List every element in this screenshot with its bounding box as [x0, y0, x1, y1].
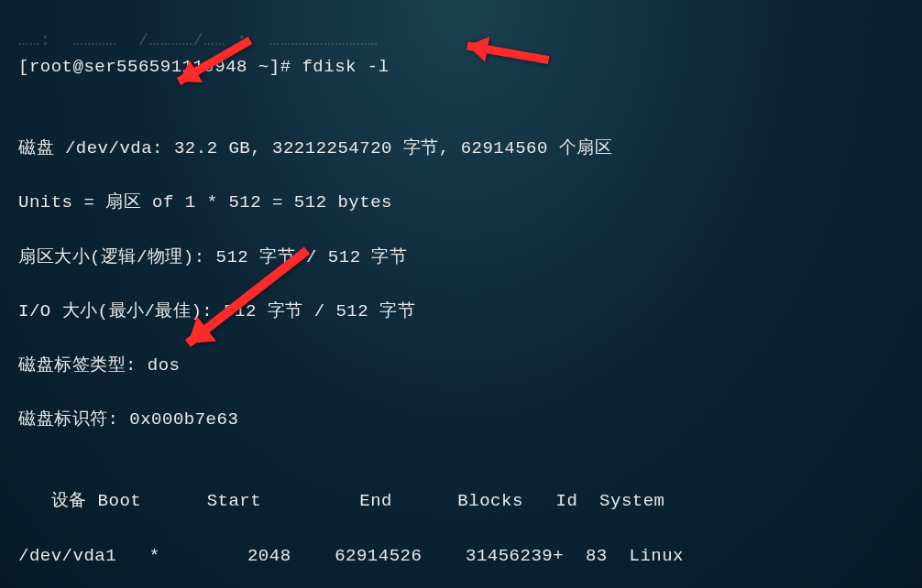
disk1-header: 磁盘 /dev/vda: 32.2 GB, 32212254720 字节, 62… — [18, 136, 922, 163]
disk1-table-header: 设备 Boot Start End Blocks Id System — [18, 488, 922, 516]
disk1-units: Units = 扇区 of 1 * 512 = 512 bytes — [18, 190, 922, 217]
disk1-partition-row: /dev/vda1 * 2048 62914526 31456239+ 83 L… — [18, 543, 922, 571]
disk1-label-type: 磁盘标签类型: dos — [18, 353, 922, 380]
disk1-identifier: 磁盘标识符: 0x000b7e63 — [18, 407, 922, 434]
annotation-arrow-vda — [165, 31, 275, 114]
disk1-sector-size: 扇区大小(逻辑/物理): 512 字节 / 512 字节 — [18, 245, 922, 272]
svg-marker-1 — [172, 60, 203, 93]
command-text[interactable]: fdisk -l — [302, 57, 389, 77]
terminal-output: ……: ………… /…………/…… : …………………………[root@ser5… — [0, 0, 922, 588]
disk1-io-size: I/O 大小(最小/最佳): 512 字节 / 512 字节 — [18, 299, 922, 326]
annotation-arrow-vdb — [174, 238, 357, 376]
annotation-arrow-fdisk — [458, 18, 568, 83]
